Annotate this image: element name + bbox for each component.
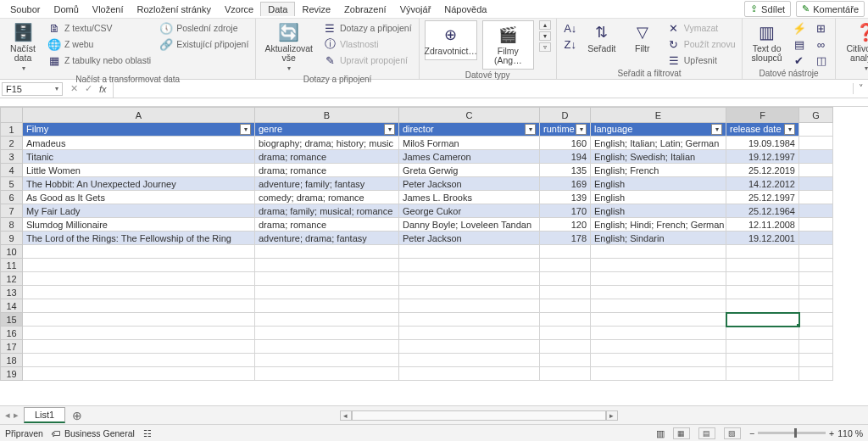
cell[interactable] bbox=[399, 340, 540, 354]
cell[interactable]: The Lord of the Rings: The Fellowship of… bbox=[23, 232, 255, 245]
remove-dup-button[interactable]: ▤ bbox=[791, 36, 808, 52]
cell[interactable]: The Hobbit: An Unexpected Journey bbox=[23, 177, 255, 191]
sort-desc-button[interactable]: Z↓ bbox=[562, 36, 579, 52]
menu-zobrazeni[interactable]: Zobrazení bbox=[337, 3, 393, 16]
refresh-all-button[interactable]: 🔄 Aktualizovat vše▾ bbox=[261, 20, 316, 74]
cell[interactable] bbox=[540, 245, 591, 259]
cell[interactable] bbox=[726, 259, 799, 272]
cell[interactable] bbox=[799, 272, 833, 286]
relations-button[interactable]: ∞ bbox=[813, 36, 830, 52]
cell[interactable] bbox=[726, 340, 799, 354]
cell[interactable]: Slumdog Millionaire bbox=[23, 218, 255, 232]
expand-formula-icon[interactable]: ˅ bbox=[853, 83, 868, 94]
menu-domu[interactable]: Domů bbox=[47, 3, 85, 16]
row-header[interactable]: 19 bbox=[1, 367, 23, 381]
cell[interactable]: 120 bbox=[540, 218, 591, 232]
sheet-nav-next-icon[interactable]: ▸ bbox=[14, 410, 19, 421]
cell[interactable]: 12.11.2008 bbox=[726, 218, 799, 232]
cell[interactable] bbox=[540, 354, 591, 367]
row-header[interactable]: 1 bbox=[1, 123, 23, 137]
table-header-cell[interactable]: director▾ bbox=[399, 123, 540, 137]
cell[interactable] bbox=[799, 313, 833, 327]
zoom-out-icon[interactable]: − bbox=[749, 428, 754, 438]
cell[interactable] bbox=[799, 354, 833, 367]
cell[interactable]: drama; romance bbox=[255, 218, 399, 232]
cell[interactable]: Little Women bbox=[23, 164, 255, 177]
cell[interactable] bbox=[591, 367, 726, 381]
cell[interactable]: 25.12.1997 bbox=[726, 191, 799, 204]
cell[interactable] bbox=[399, 299, 540, 313]
table-header-cell[interactable]: language▾ bbox=[591, 123, 726, 137]
scroll-up-icon[interactable]: ▴ bbox=[539, 20, 551, 30]
menu-revize[interactable]: Revize bbox=[295, 3, 337, 16]
cell[interactable]: 14.12.2012 bbox=[726, 177, 799, 191]
cell[interactable] bbox=[399, 259, 540, 272]
cell[interactable]: 25.12.1964 bbox=[726, 204, 799, 218]
cell[interactable] bbox=[540, 340, 591, 354]
cell[interactable] bbox=[591, 286, 726, 299]
menu-vzorce[interactable]: Vzorce bbox=[218, 3, 260, 16]
row-header[interactable]: 16 bbox=[1, 327, 23, 340]
cell[interactable]: Amadeus bbox=[23, 137, 255, 150]
filter-dropdown-icon[interactable]: ▾ bbox=[384, 124, 395, 135]
menu-soubor[interactable]: Soubor bbox=[3, 3, 47, 16]
cell[interactable]: 139 bbox=[540, 191, 591, 204]
cell[interactable] bbox=[255, 354, 399, 367]
cell[interactable] bbox=[399, 286, 540, 299]
cell[interactable]: drama; romance bbox=[255, 164, 399, 177]
cell[interactable] bbox=[591, 354, 726, 367]
menu-napoveda[interactable]: Nápověda bbox=[437, 3, 493, 16]
filter-dropdown-icon[interactable]: ▾ bbox=[711, 124, 722, 135]
cell[interactable]: 169 bbox=[540, 177, 591, 191]
row-header[interactable]: 2 bbox=[1, 137, 23, 150]
row-header[interactable]: 18 bbox=[1, 354, 23, 367]
cell[interactable]: Miloš Forman bbox=[399, 137, 540, 150]
add-sheet-button[interactable]: ⊕ bbox=[65, 409, 89, 422]
sort-button[interactable]: ⇅ Seřadit bbox=[584, 20, 620, 55]
cell[interactable]: adventure; family; fantasy bbox=[255, 177, 399, 191]
cell[interactable] bbox=[255, 313, 399, 327]
filter-button[interactable]: ▽ Filtr bbox=[625, 20, 660, 55]
cell[interactable] bbox=[399, 272, 540, 286]
from-csv-button[interactable]: 🗎Z textu/CSV bbox=[46, 20, 153, 36]
accessibility-icon[interactable]: ☷ bbox=[143, 428, 152, 438]
cell[interactable] bbox=[591, 340, 726, 354]
hscroll-left-icon[interactable]: ◂ bbox=[340, 410, 352, 421]
cell[interactable] bbox=[726, 272, 799, 286]
cell[interactable] bbox=[540, 286, 591, 299]
view-layout-button[interactable]: ▤ bbox=[698, 427, 715, 439]
row-header[interactable]: 15 bbox=[1, 313, 23, 327]
datamodel-button[interactable]: ◫ bbox=[813, 53, 830, 68]
cell[interactable] bbox=[255, 272, 399, 286]
cell[interactable] bbox=[23, 367, 255, 381]
cell[interactable] bbox=[799, 367, 833, 381]
cell[interactable] bbox=[540, 272, 591, 286]
cell[interactable] bbox=[540, 327, 591, 340]
row-header[interactable]: 9 bbox=[1, 232, 23, 245]
cell[interactable] bbox=[399, 354, 540, 367]
cell[interactable] bbox=[23, 259, 255, 272]
cell[interactable] bbox=[799, 259, 833, 272]
col-header[interactable]: A bbox=[23, 108, 255, 123]
cell[interactable] bbox=[23, 313, 255, 327]
cell[interactable] bbox=[726, 299, 799, 313]
cell[interactable] bbox=[540, 259, 591, 272]
display-settings-icon[interactable]: ▥ bbox=[656, 428, 665, 438]
cell[interactable] bbox=[23, 272, 255, 286]
col-header[interactable]: B bbox=[255, 108, 399, 123]
cell[interactable]: drama; romance bbox=[255, 150, 399, 164]
text-to-columns-button[interactable]: ▥ Text do sloupců bbox=[748, 20, 785, 64]
cell[interactable] bbox=[540, 313, 591, 327]
queries-button[interactable]: ☰Dotazy a připojení bbox=[321, 20, 414, 36]
cell[interactable] bbox=[255, 299, 399, 313]
view-break-button[interactable]: ▧ bbox=[724, 427, 741, 439]
cell[interactable] bbox=[399, 367, 540, 381]
cell[interactable] bbox=[255, 340, 399, 354]
cell[interactable]: English bbox=[591, 204, 726, 218]
cell[interactable] bbox=[726, 286, 799, 299]
filter-dropdown-icon[interactable]: ▾ bbox=[576, 124, 587, 135]
cell[interactable]: English; French bbox=[591, 164, 726, 177]
cell[interactable]: James Cameron bbox=[399, 150, 540, 164]
cell[interactable] bbox=[23, 245, 255, 259]
menu-rozlozeni[interactable]: Rozložení stránky bbox=[131, 3, 218, 16]
